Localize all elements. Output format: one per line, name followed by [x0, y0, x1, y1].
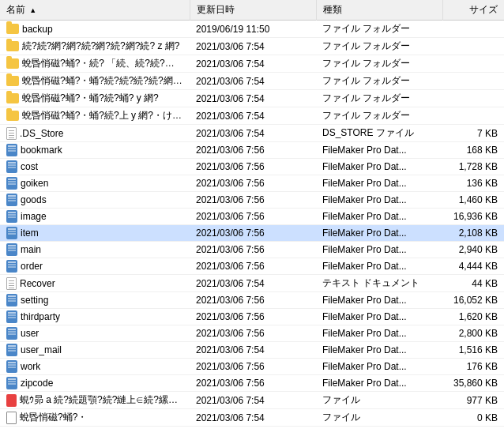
file-date-cell: 2021/03/06 7:56 [190, 142, 316, 159]
file-size-cell: 35,860 KB [442, 375, 504, 392]
file-date-cell: 2021/03/06 7:54 [190, 55, 316, 73]
file-browser[interactable]: 名前 ▲ 更新日時 種類 サイズ backup2019/06/19 11:50フ… [0, 0, 504, 440]
table-row[interactable]: 蛻昬悄磁?蛹?・続? 「続、続?続?網?」2021/03/06 7:54ファイル… [0, 55, 504, 73]
table-row[interactable]: zipcode2021/03/06 7:56FileMaker Pro Dat.… [0, 375, 504, 392]
file-type-cell: FileMaker Pro Dat... [316, 292, 442, 309]
file-label: cost [21, 161, 38, 172]
file-name-cell: goiken [0, 175, 190, 192]
file-label: 蛻昬悄磁?蛹?・蛹?続?上 y 網?・け続?続?続?呬∧網?続?網?... [22, 109, 183, 122]
filemaker-icon [6, 243, 17, 256]
table-row[interactable]: order2021/03/06 7:56FileMaker Pro Dat...… [0, 258, 504, 275]
file-date-cell: 2021/03/06 7:54 [190, 90, 316, 107]
file-label: user_mail [21, 344, 62, 355]
file-date-cell: 2021/03/06 7:54 [190, 392, 316, 409]
file-size-cell: 44 KB [442, 275, 504, 292]
file-name-content: Recover [6, 277, 183, 290]
table-row[interactable]: goiken2021/03/06 7:56FileMaker Pro Dat..… [0, 175, 504, 192]
file-date-cell: 2021/03/06 7:56 [190, 292, 316, 309]
file-type-cell: FileMaker Pro Dat... [316, 342, 442, 359]
table-row[interactable]: user_mail2021/03/06 7:54FileMaker Pro Da… [0, 342, 504, 359]
file-type-cell: FileMaker Pro Dat... [316, 359, 442, 375]
table-row[interactable]: image2021/03/06 7:56FileMaker Pro Dat...… [0, 209, 504, 225]
table-row[interactable]: 蛻昬悄磁?蛹?・蛹?続?蛹? y 網?2021/03/06 7:54ファイル フ… [0, 90, 504, 107]
col-header-size[interactable]: サイズ [442, 0, 504, 21]
file-type-cell: FileMaker Pro Dat... [316, 325, 442, 342]
file-name-cell: user_mail [0, 342, 190, 359]
file-label: goods [21, 194, 47, 205]
file-name-content: 蛻昬悄磁?蛹?・蛹?続?上 y 網?・け続?続?続?呬∧網?続?網?... [6, 109, 183, 122]
file-name-content: 蛻昬悄磁?蛹?・ [6, 411, 183, 424]
table-row[interactable]: 蛻昬悄磁?蛹?・蛹?続?続?続?続?網?縺ｼ網?縺ｼ2021/03/06 7:5… [0, 73, 504, 90]
folder-icon [6, 58, 19, 69]
file-name-cell: 蜆ｳ昴 a 続?続題顎?続?縺上∈続?縲・続?縲・.pdf [0, 392, 190, 409]
file-name-content: zipcode [6, 377, 183, 389]
file-type-cell: DS_STORE ファイル [316, 125, 442, 142]
table-row[interactable]: thirdparty2021/03/06 7:56FileMaker Pro D… [0, 309, 504, 325]
table-row[interactable]: .DS_Store2021/03/06 7:54DS_STORE ファイル7 K… [0, 125, 504, 142]
file-date-cell: 2021/03/06 7:56 [190, 375, 316, 392]
file-label: thirdparty [21, 311, 60, 322]
file-size-cell: 2,800 KB [442, 325, 504, 342]
filemaker-icon [6, 227, 17, 239]
table-row[interactable]: goods2021/03/06 7:56FileMaker Pro Dat...… [0, 192, 504, 209]
file-name-cell: user [0, 325, 190, 342]
file-label: 蛻昬悄磁?蛹?・ [20, 411, 87, 424]
file-name-cell: backup [0, 21, 190, 38]
file-type-cell: ファイル フォルダー [316, 90, 442, 107]
file-size-cell [442, 73, 504, 90]
col-header-type[interactable]: 種類 [316, 0, 442, 21]
table-row[interactable]: 蜆ｳ昴 a 続?続題顎?続?縺上∈続?縲・続?縲・.pdf2021/03/06 … [0, 392, 504, 409]
file-size-cell [442, 107, 504, 125]
file-type-cell: ファイル フォルダー [316, 73, 442, 90]
file-date-cell: 2021/03/06 7:56 [190, 159, 316, 175]
file-type-cell: FileMaker Pro Dat... [316, 209, 442, 225]
file-type-cell: FileMaker Pro Dat... [316, 225, 442, 242]
file-size-cell: 4,444 KB [442, 258, 504, 275]
file-size-cell: 1,728 KB [442, 159, 504, 175]
filemaker-icon [6, 344, 17, 356]
file-type-cell: ファイル [316, 392, 442, 409]
filemaker-icon [6, 260, 17, 273]
table-row[interactable]: 続?続?網?網?続?網?続?網?続? z 網?2021/03/06 7:54ファ… [0, 38, 504, 55]
table-row[interactable]: item2021/03/06 7:56FileMaker Pro Dat...2… [0, 225, 504, 242]
table-row[interactable]: 蛻昬悄磁?蛹?・蛹?続?上 y 網?・け続?続?続?呬∧網?続?網?...202… [0, 107, 504, 125]
filemaker-icon [6, 194, 17, 206]
table-row[interactable]: setting2021/03/06 7:56FileMaker Pro Dat.… [0, 292, 504, 309]
file-name-content: main [6, 243, 183, 256]
table-row[interactable]: main2021/03/06 7:56FileMaker Pro Dat...2… [0, 242, 504, 258]
file-date-cell: 2021/03/06 7:54 [190, 73, 316, 90]
file-date-cell: 2021/03/06 7:54 [190, 342, 316, 359]
file-date-cell: 2021/03/06 7:56 [190, 242, 316, 258]
file-label: 蜆ｳ昴 a 続?続題顎?続?縺上∈続?縲・続?縲・.pdf [20, 393, 183, 407]
file-name-content: work [6, 360, 183, 373]
file-label: 蛻昬悄磁?蛹?・蛹?続?蛹? y 網? [22, 92, 159, 105]
folder-icon [6, 111, 19, 121]
col-header-name[interactable]: 名前 ▲ [0, 0, 190, 21]
file-name-cell: order [0, 258, 190, 275]
file-name-cell: Recover [0, 275, 190, 292]
table-row[interactable]: 蛻昬悄磁?蛹?・2021/03/06 7:54ファイル0 KB [0, 409, 504, 427]
col-header-date[interactable]: 更新日時 [190, 0, 316, 21]
document-icon [6, 127, 17, 140]
file-type-cell: FileMaker Pro Dat... [316, 142, 442, 159]
folder-icon [6, 93, 19, 103]
file-size-cell [442, 21, 504, 38]
table-row[interactable]: Recover2021/03/06 7:54テキスト ドキュメント44 KB [0, 275, 504, 292]
file-name-cell: 蛻昬悄磁?蛹?・蛹?続?続?続?続?網?縺ｼ網?縺ｼ [0, 73, 190, 90]
file-name-cell: 蛻昬悄磁?蛹?・蛹?続?上 y 網?・け続?続?続?呬∧網?続?網?... [0, 107, 190, 125]
file-type-cell: ファイル フォルダー [316, 55, 442, 73]
file-size-cell: 1,620 KB [442, 309, 504, 325]
document-icon [6, 277, 17, 290]
file-name-cell: goods [0, 192, 190, 209]
table-row[interactable]: work2021/03/06 7:56FileMaker Pro Dat...1… [0, 359, 504, 375]
file-label: image [21, 211, 47, 222]
file-date-cell: 2021/03/06 7:54 [190, 409, 316, 427]
table-row[interactable]: user2021/03/06 7:56FileMaker Pro Dat...2… [0, 325, 504, 342]
file-name-cell: work [0, 359, 190, 375]
table-row[interactable]: cost2021/03/06 7:56FileMaker Pro Dat...1… [0, 159, 504, 175]
pdf-icon [6, 394, 17, 407]
file-size-cell [442, 55, 504, 73]
table-row[interactable]: bookmark2021/03/06 7:56FileMaker Pro Dat… [0, 142, 504, 159]
table-row[interactable]: backup2019/06/19 11:50ファイル フォルダー [0, 21, 504, 38]
file-name-content: 続?続?網?網?続?網?続?網?続? z 網? [6, 39, 183, 53]
